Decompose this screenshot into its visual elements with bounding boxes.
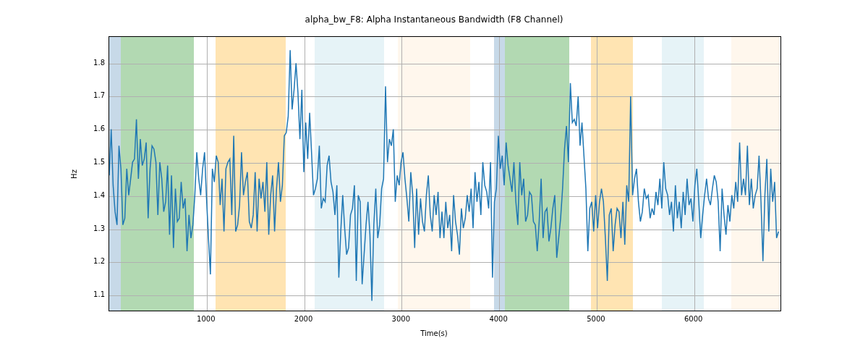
y-tick-label: 1.5 (80, 158, 105, 166)
series-line (109, 37, 780, 311)
series-polyline (109, 50, 778, 300)
x-tick-label: 6000 (672, 315, 715, 323)
chart-title: alpha_bw_F8: Alpha Instantaneous Bandwid… (0, 14, 868, 25)
x-tick-label: 1000 (184, 315, 228, 323)
x-tick-label: 4000 (477, 315, 520, 323)
y-tick-label: 1.8 (80, 59, 105, 67)
y-tick-label: 1.2 (80, 257, 105, 265)
y-tick-label: 1.3 (80, 224, 105, 232)
x-tick-label: 3000 (379, 315, 422, 323)
y-tick-label: 1.4 (80, 191, 105, 199)
y-axis-label: Hz (69, 36, 79, 311)
figure: alpha_bw_F8: Alpha Instantaneous Bandwid… (0, 0, 868, 362)
x-tick-label: 5000 (574, 315, 618, 323)
y-tick-label: 1.7 (80, 91, 105, 99)
y-tick-label: 1.1 (80, 290, 105, 298)
plot-area (109, 36, 781, 311)
y-tick-label: 1.6 (80, 125, 105, 132)
x-tick-label: 2000 (282, 315, 326, 323)
x-axis-label: Time(s) (0, 329, 868, 337)
